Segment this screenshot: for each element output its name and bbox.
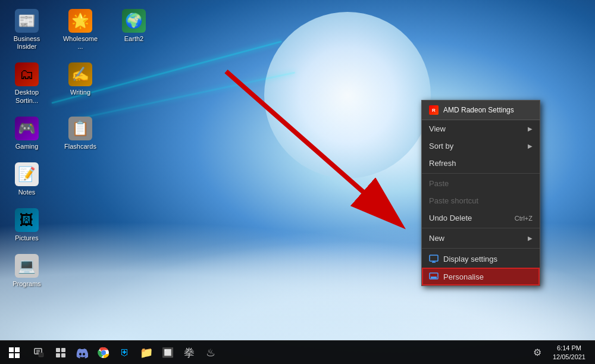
taskbar-clock[interactable]: 6:14 PM 12/05/2021: [548, 341, 590, 365]
context-menu-title: AMD Radeon Settings: [443, 106, 514, 114]
context-item-paste-shortcut-label: Paste shortcut: [429, 196, 478, 205]
desktop-icon-programs[interactable]: 💻 Programs: [6, 251, 48, 291]
context-item-sort-by[interactable]: Sort by ▶: [422, 137, 540, 155]
icon-label-writing: Writing: [70, 89, 90, 96]
personalise-left: Personalise: [429, 272, 484, 281]
icon-img-notes: 📝: [15, 162, 39, 186]
desktop-icon-earth2[interactable]: 🌍 Earth2: [113, 6, 155, 54]
desktop-icon-wholesome[interactable]: 🌟 Wholesome...: [60, 6, 101, 54]
svg-rect-6: [431, 277, 437, 278]
icon-label-flashcards: Flashcards: [64, 143, 96, 150]
icon-img-gaming: 🎮: [15, 117, 39, 140]
svg-rect-14: [56, 353, 60, 357]
icon-label-programs: Programs: [12, 280, 41, 288]
start-button[interactable]: [0, 341, 29, 365]
context-item-undo-delete-label: Undo Delete: [429, 214, 472, 222]
icon-img-flashcards: 📋: [68, 117, 92, 140]
context-menu-header: R AMD Radeon Settings: [422, 101, 540, 120]
taskbar-kanji[interactable]: 拳: [178, 341, 200, 365]
context-item-display-settings[interactable]: Display settings: [422, 250, 540, 268]
taskbar-search[interactable]: [29, 341, 50, 365]
context-separator-2: [422, 228, 540, 228]
icon-label-pictures: Pictures: [15, 234, 39, 242]
context-item-paste-label: Paste: [429, 179, 449, 188]
clock-time: 6:14 PM: [557, 344, 581, 352]
context-item-new-label: New: [429, 234, 444, 243]
context-item-display-settings-label: Display settings: [443, 255, 497, 263]
svg-rect-11: [39, 353, 43, 357]
icon-label-gaming: Gaming: [15, 143, 39, 150]
taskbar-files[interactable]: 📁: [136, 341, 157, 365]
search-icon: [34, 347, 45, 358]
context-item-view-label: View: [429, 124, 446, 133]
desktop-icon-writing[interactable]: ✍ Writing: [60, 59, 101, 107]
icon-img-writing: ✍: [68, 62, 92, 86]
display-settings-icon: [429, 254, 439, 263]
context-item-refresh[interactable]: Refresh: [422, 155, 540, 172]
context-item-sort-by-label: Sort by: [429, 142, 453, 150]
taskbar: ⛨ 📁 🔲 拳 ♨ ⚙ 6:14 PM 12/05/2021: [0, 340, 595, 364]
windows-logo: [9, 347, 20, 358]
icon-label-wholesome: Wholesome...: [62, 35, 98, 51]
desktop-icon-flashcards[interactable]: 📋 Flashcards: [60, 114, 101, 153]
context-separator-3: [422, 248, 540, 249]
taskbar-tray: ⚙ 6:14 PM 12/05/2021: [523, 341, 595, 365]
taskbar-discord[interactable]: [71, 341, 93, 365]
chrome-icon: [98, 347, 109, 359]
amd-radeon-icon: R: [429, 105, 439, 115]
sort-by-submenu-arrow: ▶: [528, 143, 533, 149]
moon-decoration: [264, 12, 431, 178]
svg-rect-2: [430, 255, 438, 261]
context-item-paste-shortcut[interactable]: Paste shortcut: [422, 192, 540, 209]
task-view-icon: [55, 347, 66, 358]
icon-label-notes: Notes: [18, 189, 36, 196]
icon-img-desktop-sortin: 🗂: [15, 62, 39, 86]
svg-rect-15: [61, 353, 65, 357]
context-item-personalise[interactable]: Personalise: [422, 268, 540, 285]
display-settings-left: Display settings: [429, 254, 497, 263]
context-item-refresh-label: Refresh: [429, 159, 456, 168]
desktop-icon-pictures[interactable]: 🖼 Pictures: [6, 205, 48, 245]
personalise-icon: [429, 272, 439, 281]
taskbar-chrome[interactable]: [93, 341, 114, 365]
taskbar-vpn[interactable]: ⛨: [114, 341, 136, 365]
desktop-icon-desktop-sortin[interactable]: 🗂 Desktop Sortin...: [6, 59, 48, 107]
desktop-icon-business-insider[interactable]: 📰 Business Insider: [6, 6, 48, 54]
context-item-undo-delete[interactable]: Undo Delete Ctrl+Z: [422, 209, 540, 227]
context-separator-1: [422, 173, 540, 174]
discord-icon: [76, 347, 88, 359]
context-item-new[interactable]: New ▶: [422, 230, 540, 247]
context-menu: R AMD Radeon Settings View ▶ Sort by ▶ R…: [421, 100, 540, 286]
new-submenu-arrow: ▶: [528, 235, 533, 241]
icon-img-earth2: 🌍: [122, 9, 146, 33]
taskbar-unknown1[interactable]: 🔲: [157, 341, 178, 365]
undo-delete-shortcut: Ctrl+Z: [515, 215, 533, 222]
taskbar-task-view[interactable]: [50, 341, 71, 365]
desktop-icon-notes[interactable]: 📝 Notes: [6, 159, 48, 199]
view-submenu-arrow: ▶: [528, 125, 533, 132]
desktop-icons-area: 📰 Business Insider 🌟 Wholesome... 🌍 Eart…: [6, 6, 161, 291]
icon-label-earth2: Earth2: [124, 35, 143, 43]
icon-img-business: 📰: [15, 9, 39, 33]
icon-label-desktop-sortin: Desktop Sortin...: [9, 89, 45, 104]
tray-settings[interactable]: ⚙: [528, 341, 547, 365]
icon-img-wholesome: 🌟: [68, 9, 92, 33]
taskbar-steam[interactable]: ♨: [200, 341, 221, 365]
svg-rect-13: [61, 348, 65, 352]
desktop-icon-gaming[interactable]: 🎮 Gaming: [6, 114, 48, 153]
context-item-view[interactable]: View ▶: [422, 120, 540, 137]
context-item-paste[interactable]: Paste: [422, 175, 540, 192]
clock-date: 12/05/2021: [553, 353, 585, 361]
icon-img-pictures: 🖼: [15, 208, 39, 232]
svg-point-17: [101, 350, 106, 355]
context-item-personalise-label: Personalise: [443, 272, 484, 281]
svg-rect-12: [56, 348, 60, 352]
icon-label-business: Business Insider: [9, 35, 45, 51]
icon-img-programs: 💻: [15, 254, 39, 278]
